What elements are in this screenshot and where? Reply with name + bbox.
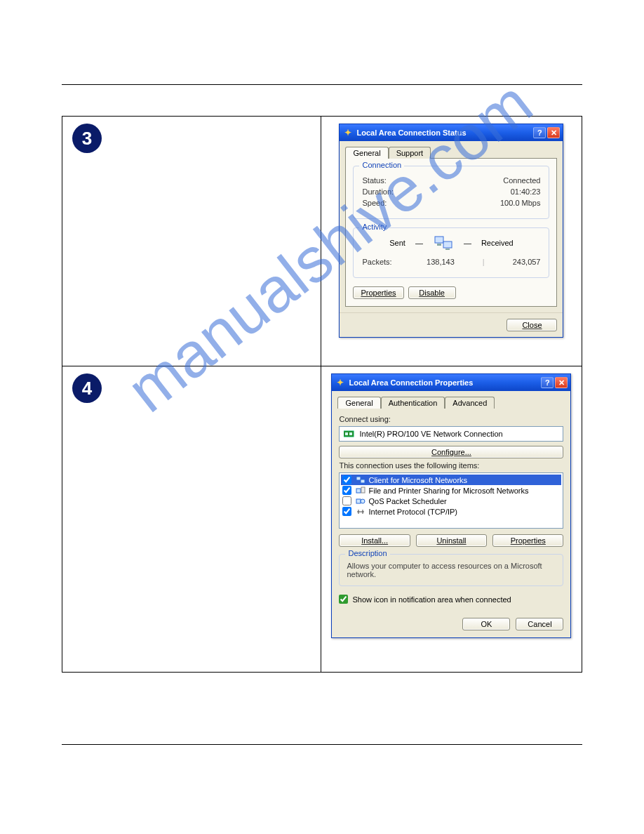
nic-field: Intel(R) PRO/100 VE Network Connection: [339, 426, 563, 442]
help-button[interactable]: ?: [541, 377, 554, 388]
status-value: Connected: [503, 176, 540, 185]
show-icon-label: Show icon in notification area when conn…: [352, 595, 511, 604]
item-label: Internet Protocol (TCP/IP): [368, 508, 457, 516]
tab-general[interactable]: General: [345, 147, 388, 159]
received-label: Received: [481, 239, 514, 247]
cancel-button[interactable]: Cancel: [516, 618, 563, 630]
svg-rect-10: [361, 487, 365, 493]
list-item[interactable]: Client for Microsoft Networks: [341, 475, 561, 485]
status-label: Status:: [362, 176, 386, 185]
close-icon[interactable]: ✕: [555, 377, 568, 388]
step-badge-4: 4: [72, 373, 102, 403]
svg-rect-7: [356, 477, 361, 480]
close-icon[interactable]: ✕: [547, 127, 560, 138]
show-icon-checkbox[interactable]: [339, 595, 348, 604]
activity-line: —: [464, 239, 471, 247]
activity-line: —: [415, 239, 423, 247]
activity-icon: [433, 235, 454, 251]
connection-group: Connection Status:Connected Duration:01:…: [353, 166, 549, 219]
item-label: QoS Packet Scheduler: [368, 497, 446, 505]
configure-button[interactable]: Configure...: [339, 446, 563, 458]
packets-label: Packets:: [362, 258, 391, 266]
svg-rect-0: [435, 237, 443, 243]
connect-using-label: Connect using:: [339, 415, 563, 423]
dialog-title: Local Area Connection Status: [356, 128, 533, 137]
help-button[interactable]: ?: [533, 127, 546, 138]
properties-button[interactable]: Properties: [353, 286, 403, 299]
ok-button[interactable]: OK: [462, 618, 510, 630]
item-checkbox[interactable]: [342, 475, 351, 484]
connection-legend: Connection: [359, 161, 404, 169]
item-checkbox[interactable]: [342, 496, 351, 505]
list-item[interactable]: QoS Packet Scheduler: [341, 496, 561, 506]
step-4-cell: 4: [62, 366, 321, 672]
tab-support[interactable]: Support: [389, 147, 431, 159]
tcpip-icon: [356, 508, 365, 516]
properties-dialog-cell: ✦ Local Area Connection Properties ? ✕ G…: [321, 366, 582, 672]
divider-top: [62, 84, 582, 85]
sent-label: Sent: [389, 239, 405, 247]
steps-grid: 3 ✦ Local Area Connection Status ? ✕ Gen…: [62, 116, 582, 673]
connection-properties-dialog: ✦ Local Area Connection Properties ? ✕ G…: [331, 373, 571, 638]
divider-bottom: [62, 744, 582, 745]
install-button[interactable]: Install...: [339, 534, 410, 547]
items-label: This connection uses the following items…: [339, 461, 563, 470]
uninstall-button[interactable]: Uninstall: [416, 534, 487, 547]
status-dialog-cell: ✦ Local Area Connection Status ? ✕ Gener…: [321, 117, 582, 366]
item-checkbox[interactable]: [342, 486, 351, 495]
activity-group: Activity Sent — — Received Packets:: [353, 227, 549, 278]
item-label: Client for Microsoft Networks: [368, 476, 467, 484]
list-item[interactable]: File and Printer Sharing for Microsoft N…: [341, 485, 561, 496]
qos-icon: [356, 497, 365, 505]
item-label: File and Printer Sharing for Microsoft N…: [368, 486, 528, 495]
step-badge-3: 3: [72, 124, 102, 153]
share-icon: [356, 486, 365, 495]
received-value: 243,057: [513, 258, 541, 266]
show-icon-checkbox-row[interactable]: Show icon in notification area when conn…: [339, 595, 563, 604]
nic-name: Intel(R) PRO/100 VE Network Connection: [359, 430, 502, 438]
speed-value: 100.0 Mbps: [500, 199, 540, 207]
tab-general[interactable]: General: [337, 397, 380, 409]
close-button[interactable]: Close: [507, 319, 557, 331]
dialog-title: Local Area Connection Properties: [349, 378, 541, 387]
tab-authentication[interactable]: Authentication: [381, 397, 445, 409]
connection-status-dialog: ✦ Local Area Connection Status ? ✕ Gener…: [339, 124, 563, 338]
sent-value: 138,143: [427, 258, 455, 266]
svg-rect-2: [437, 244, 441, 246]
titlebar[interactable]: ✦ Local Area Connection Properties ? ✕: [332, 374, 570, 391]
network-icon: ✦: [335, 377, 346, 388]
svg-rect-3: [445, 249, 450, 250]
svg-rect-6: [349, 432, 352, 435]
svg-point-12: [361, 499, 365, 503]
activity-legend: Activity: [359, 223, 389, 231]
svg-rect-5: [345, 432, 348, 435]
description-legend: Description: [345, 549, 389, 557]
tab-advanced[interactable]: Advanced: [445, 397, 495, 409]
nic-icon: [344, 430, 355, 438]
duration-label: Duration:: [362, 187, 394, 196]
svg-rect-11: [356, 499, 361, 503]
svg-rect-8: [361, 479, 365, 483]
client-icon: [356, 476, 365, 484]
description-group: Description Allows your computer to acce…: [339, 554, 563, 586]
svg-rect-1: [443, 241, 452, 248]
titlebar[interactable]: ✦ Local Area Connection Status ? ✕: [340, 124, 563, 141]
step-3-cell: 3: [62, 117, 321, 366]
disable-button[interactable]: Disable: [408, 286, 456, 299]
list-item[interactable]: Internet Protocol (TCP/IP): [341, 506, 561, 517]
description-text: Allows your computer to access resources…: [347, 562, 556, 578]
speed-label: Speed:: [362, 199, 387, 207]
duration-value: 01:40:23: [511, 187, 541, 196]
svg-rect-9: [356, 489, 361, 493]
item-checkbox[interactable]: [342, 507, 351, 516]
item-properties-button[interactable]: Properties: [492, 534, 563, 547]
items-list[interactable]: Client for Microsoft Networks File and P…: [339, 472, 563, 529]
network-icon: ✦: [342, 127, 354, 138]
